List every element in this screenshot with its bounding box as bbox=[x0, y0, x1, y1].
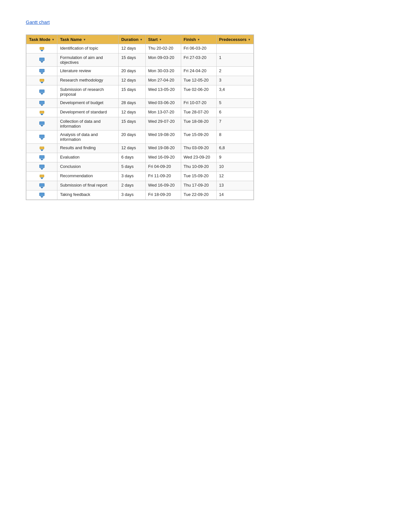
task-mode-cell bbox=[26, 99, 57, 108]
predecessors-cell: 1 bbox=[216, 53, 253, 67]
start-dropdown-icon[interactable]: ▼ bbox=[159, 38, 162, 41]
gantt-table-wrapper: Task Mode ▼ Task Name ▼ Duration ▼ bbox=[26, 34, 254, 200]
duration-cell: 15 days bbox=[119, 85, 145, 99]
finish-cell: Fri 10-07-20 bbox=[181, 99, 216, 108]
task-name-cell: Literature review bbox=[57, 67, 119, 76]
duration-cell: 3 days bbox=[119, 172, 145, 181]
start-cell: Wed 13-05-20 bbox=[145, 85, 181, 99]
duration-cell: 20 days bbox=[119, 67, 145, 76]
task-mode-cell bbox=[26, 117, 57, 131]
table-row: Recommendation3 daysFri 11-09-20Tue 15-0… bbox=[26, 172, 254, 181]
finish-cell: Fri 24-04-20 bbox=[181, 67, 216, 76]
task-mode-icon bbox=[39, 101, 44, 106]
finish-cell: Fri 06-03-20 bbox=[181, 44, 216, 53]
task-mode-icon bbox=[40, 147, 44, 151]
task-mode-icon bbox=[39, 121, 44, 127]
start-cell: Mon 13-07-20 bbox=[145, 108, 181, 117]
task-mode-cell bbox=[26, 76, 57, 85]
table-row: Results and finding12 daysWed 19-08-20Th… bbox=[26, 144, 254, 153]
task-mode-icon bbox=[40, 111, 44, 115]
predecessors-cell: 2 bbox=[216, 67, 253, 76]
duration-cell: 20 days bbox=[119, 131, 145, 144]
table-row: Identification of topic12 daysThu 20-02-… bbox=[26, 44, 254, 53]
task-mode-icon bbox=[39, 183, 44, 189]
start-cell: Mon 30-03-20 bbox=[145, 67, 181, 76]
finish-cell: Wed 23-09-20 bbox=[181, 153, 216, 162]
task-mode-icon bbox=[39, 193, 44, 198]
task-name-cell: Taking feedback bbox=[57, 190, 119, 200]
task-name-cell: Results and finding bbox=[57, 144, 119, 153]
task-mode-cell bbox=[26, 67, 57, 76]
start-cell: Wed 19-08-20 bbox=[145, 131, 181, 144]
start-cell: Mon 27-04-20 bbox=[145, 76, 181, 85]
task-name-cell: Analysis of data and information bbox=[57, 131, 119, 144]
start-cell: Wed 16-09-20 bbox=[145, 181, 181, 190]
start-cell: Wed 19-08-20 bbox=[145, 144, 181, 153]
finish-cell: Thu 10-09-20 bbox=[181, 162, 216, 172]
task-name-cell: Submission of research proposal bbox=[57, 85, 119, 99]
task-mode-cell bbox=[26, 162, 57, 172]
finish-cell: Tue 15-09-20 bbox=[181, 172, 216, 181]
col-header-task-mode: Task Mode ▼ bbox=[26, 35, 57, 44]
finish-cell: Tue 15-09-20 bbox=[181, 131, 216, 144]
task-mode-cell bbox=[26, 85, 57, 99]
task-name-cell: Collection of data and information bbox=[57, 117, 119, 131]
table-row: Conclusion5 daysFri 04-09-20Thu 10-09-20… bbox=[26, 162, 254, 172]
table-row: Submission of final report2 daysWed 16-0… bbox=[26, 181, 254, 190]
task-mode-cell bbox=[26, 172, 57, 181]
start-cell: Wed 16-09-20 bbox=[145, 153, 181, 162]
task-name-cell: Identification of topic bbox=[57, 44, 119, 53]
table-row: Development of budget28 daysWed 03-06-20… bbox=[26, 99, 254, 108]
table-row: Literature review20 daysMon 30-03-20Fri … bbox=[26, 67, 254, 76]
predecessors-cell: 3,4 bbox=[216, 85, 253, 99]
task-mode-icon bbox=[39, 135, 44, 140]
finish-dropdown-icon[interactable]: ▼ bbox=[197, 38, 200, 41]
col-header-predecessors: Predecessors ▼ bbox=[216, 35, 253, 44]
col-header-finish: Finish ▼ bbox=[181, 35, 216, 44]
col-header-task-name: Task Name ▼ bbox=[57, 35, 119, 44]
col-header-start: Start ▼ bbox=[145, 35, 181, 44]
predecessors-cell: 5 bbox=[216, 99, 253, 108]
start-cell: Wed 03-06-20 bbox=[145, 99, 181, 108]
task-mode-cell bbox=[26, 181, 57, 190]
predecessors-cell: 14 bbox=[216, 190, 253, 200]
finish-cell: Tue 12-05-20 bbox=[181, 76, 216, 85]
task-mode-icon bbox=[39, 69, 44, 74]
task-mode-icon bbox=[39, 155, 44, 160]
predecessors-cell: 10 bbox=[216, 162, 253, 172]
predecessors-dropdown-icon[interactable]: ▼ bbox=[248, 38, 251, 41]
task-mode-dropdown-icon[interactable]: ▼ bbox=[52, 38, 54, 41]
task-name-cell: Evaluation bbox=[57, 153, 119, 162]
start-cell: Fri 11-09-20 bbox=[145, 172, 181, 181]
task-name-cell: Development of standard bbox=[57, 108, 119, 117]
task-mode-icon bbox=[39, 58, 44, 63]
task-mode-cell bbox=[26, 190, 57, 200]
page-title: Gantt chart bbox=[26, 19, 385, 25]
task-name-cell: Conclusion bbox=[57, 162, 119, 172]
task-mode-icon bbox=[40, 175, 44, 179]
task-mode-cell bbox=[26, 144, 57, 153]
task-name-cell: Development of budget bbox=[57, 99, 119, 108]
task-mode-icon bbox=[40, 47, 44, 52]
duration-cell: 12 days bbox=[119, 108, 145, 117]
predecessors-cell: 7 bbox=[216, 117, 253, 131]
duration-cell: 12 days bbox=[119, 44, 145, 53]
task-mode-cell bbox=[26, 131, 57, 144]
duration-cell: 28 days bbox=[119, 99, 145, 108]
task-mode-icon bbox=[40, 79, 44, 83]
predecessors-cell: 8 bbox=[216, 131, 253, 144]
table-row: Formulation of aim and objectives15 days… bbox=[26, 53, 254, 67]
predecessors-cell: 9 bbox=[216, 153, 253, 162]
duration-cell: 12 days bbox=[119, 144, 145, 153]
start-cell: Wed 29-07-20 bbox=[145, 117, 181, 131]
start-cell: Fri 04-09-20 bbox=[145, 162, 181, 172]
gantt-table: Task Mode ▼ Task Name ▼ Duration ▼ bbox=[26, 35, 254, 200]
duration-dropdown-icon[interactable]: ▼ bbox=[140, 38, 143, 41]
duration-cell: 15 days bbox=[119, 53, 145, 67]
finish-cell: Fri 27-03-20 bbox=[181, 53, 216, 67]
task-mode-cell bbox=[26, 108, 57, 117]
finish-cell: Thu 03-09-20 bbox=[181, 144, 216, 153]
finish-cell: Tue 02-06-20 bbox=[181, 85, 216, 99]
task-name-dropdown-icon[interactable]: ▼ bbox=[83, 38, 86, 41]
start-cell: Thu 20-02-20 bbox=[145, 44, 181, 53]
